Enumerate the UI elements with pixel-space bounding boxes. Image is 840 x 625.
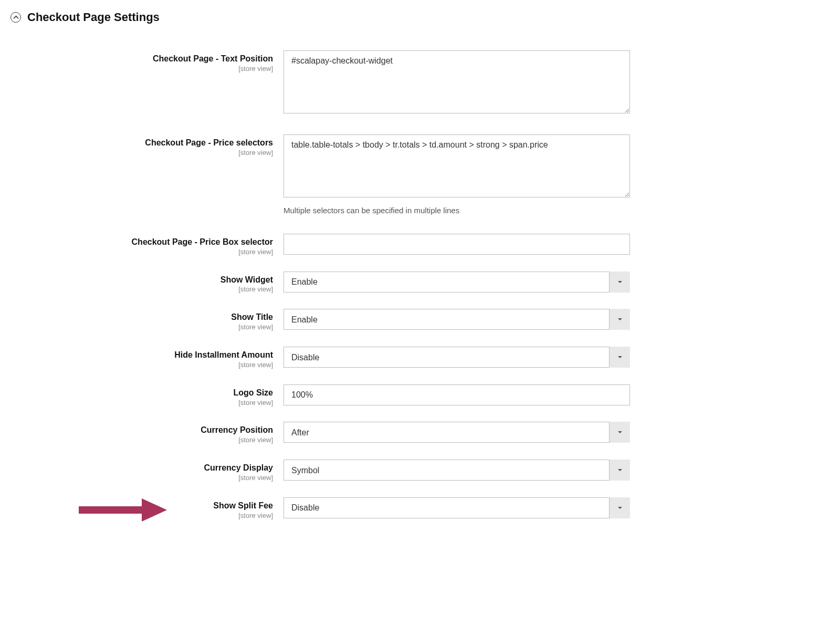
row-show-split-fee: Show Split Fee [store view] Disable: [10, 497, 830, 520]
scope-label: [store view]: [10, 285, 273, 294]
scope-label: [store view]: [10, 65, 273, 74]
label-show-widget: Show Widget: [10, 275, 273, 286]
select-hide-installment-amount[interactable]: Disable: [284, 347, 630, 368]
collapse-toggle-icon[interactable]: [10, 12, 21, 23]
label-show-title: Show Title: [10, 312, 273, 323]
input-logo-size[interactable]: [284, 384, 630, 405]
row-price-selectors: Checkout Page - Price selectors [store v…: [10, 134, 830, 215]
scope-label: [store view]: [10, 399, 273, 408]
scope-label: [store view]: [10, 512, 273, 520]
select-show-widget[interactable]: Enable: [284, 272, 630, 293]
input-price-selectors[interactable]: table.table-totals > tbody > tr.totals >…: [284, 134, 630, 197]
scope-label: [store view]: [10, 474, 273, 483]
label-currency-position: Currency Position: [10, 425, 273, 436]
label-logo-size: Logo Size: [10, 388, 273, 399]
section-title: Checkout Page Settings: [27, 11, 160, 24]
label-hide-installment-amount: Hide Installment Amount: [10, 350, 273, 361]
label-currency-display: Currency Display: [10, 463, 273, 474]
label-price-selectors: Checkout Page - Price selectors: [10, 138, 273, 149]
section-header: Checkout Page Settings: [10, 11, 830, 24]
select-show-split-fee[interactable]: Disable: [284, 497, 630, 518]
scope-label: [store view]: [10, 361, 273, 370]
select-currency-position[interactable]: After: [284, 422, 630, 443]
scope-label: [store view]: [10, 436, 273, 445]
row-currency-display: Currency Display [store view] Symbol: [10, 460, 830, 483]
scope-label: [store view]: [10, 248, 273, 257]
row-price-box-selector: Checkout Page - Price Box selector [stor…: [10, 234, 830, 257]
select-currency-display[interactable]: Symbol: [284, 460, 630, 481]
row-show-widget: Show Widget [store view] Enable: [10, 272, 830, 295]
input-text-position[interactable]: #scalapay-checkout-widget: [284, 50, 630, 113]
helper-price-selectors: Multiple selectors can be specified in m…: [284, 206, 630, 215]
label-price-box-selector: Checkout Page - Price Box selector: [10, 237, 273, 248]
input-price-box-selector[interactable]: [284, 234, 630, 255]
select-show-title[interactable]: Enable: [284, 309, 630, 330]
row-currency-position: Currency Position [store view] After: [10, 422, 830, 445]
row-text-position: Checkout Page - Text Position [store vie…: [10, 50, 830, 116]
label-text-position: Checkout Page - Text Position: [10, 54, 273, 65]
row-hide-installment-amount: Hide Installment Amount [store view] Dis…: [10, 347, 830, 370]
row-show-title: Show Title [store view] Enable: [10, 309, 830, 332]
label-show-split-fee: Show Split Fee: [10, 501, 273, 512]
scope-label: [store view]: [10, 149, 273, 158]
scope-label: [store view]: [10, 323, 273, 332]
settings-form: Checkout Page - Text Position [store vie…: [10, 50, 830, 535]
row-logo-size: Logo Size [store view]: [10, 384, 830, 408]
